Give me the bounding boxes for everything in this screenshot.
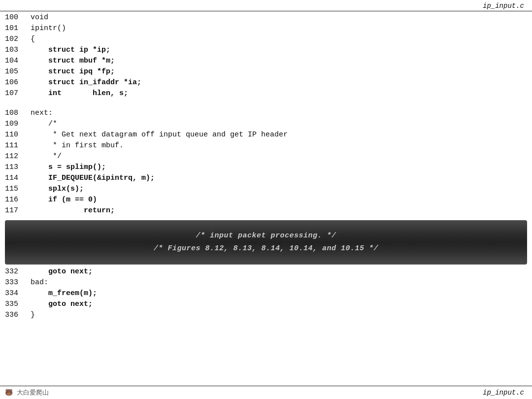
line-code: splx(s);: [31, 185, 84, 193]
line-number: 115: [5, 185, 31, 193]
code-area: 100void101ipintr()102{103 struct ip *ip;…: [0, 11, 532, 322]
line-code: struct mbuf *m;: [31, 57, 115, 65]
line-number: 111: [5, 141, 31, 150]
line-number: 117: [5, 206, 31, 215]
line-code: struct ipq *fp;: [31, 67, 115, 76]
line-code: {: [31, 35, 35, 43]
watermark: 🐻 大白爱爬山: [5, 388, 49, 397]
line-number: 333: [5, 278, 31, 287]
line-number: 334: [5, 289, 31, 298]
line-number: 100: [5, 13, 31, 22]
line-number: 108: [5, 109, 31, 117]
line-number: 101: [5, 24, 31, 33]
line-code: * Get next datagram off input queue and …: [31, 131, 288, 139]
code-line: 102{: [0, 35, 532, 46]
code-line: 104 struct mbuf *m;: [0, 57, 532, 67]
line-number: 104: [5, 57, 31, 65]
line-code: ipintr(): [31, 24, 66, 33]
filename-top: ip_input.c: [483, 2, 524, 10]
line-code: int hlen, s;: [31, 89, 128, 98]
line-code: /*: [31, 120, 57, 128]
code-line: 113 s = splimp();: [0, 163, 532, 174]
line-number: 102: [5, 35, 31, 43]
code-line: [0, 100, 532, 109]
code-line: 332 goto next;: [0, 267, 532, 278]
code-line: 112 */: [0, 152, 532, 163]
line-code: goto next;: [31, 300, 93, 308]
line-number: 336: [5, 311, 31, 319]
line-number: 113: [5, 163, 31, 171]
line-number: 116: [5, 196, 31, 204]
line-code: void: [31, 13, 48, 22]
code-line: 106 struct in_ifaddr *ia;: [0, 78, 532, 89]
line-code: goto next;: [31, 267, 93, 276]
line-code: m_freem(m);: [31, 289, 97, 298]
line-code: }: [31, 311, 35, 319]
line-number: 114: [5, 174, 31, 182]
code-line: 333bad:: [0, 278, 532, 289]
code-line: 335 goto next;: [0, 300, 532, 311]
line-code: bad:: [31, 278, 48, 287]
code-line: 115 splx(s);: [0, 185, 532, 196]
code-line: 108next:: [0, 109, 532, 120]
line-number: 106: [5, 78, 31, 87]
line-code: * in first mbuf.: [31, 141, 124, 150]
code-line: 111 * in first mbuf.: [0, 141, 532, 152]
code-line: 100void: [0, 13, 532, 24]
line-number: 112: [5, 152, 31, 161]
line-code: struct ip *ip;: [31, 46, 110, 54]
highlighted-block: /* input packet processing. *//* Figures…: [5, 220, 527, 265]
filename-bottom: ip_input.c: [483, 389, 524, 397]
line-number: 110: [5, 131, 31, 139]
code-line: 110 * Get next datagram off input queue …: [0, 131, 532, 141]
line-code: return;: [31, 206, 115, 215]
line-code: struct in_ifaddr *ia;: [31, 78, 141, 87]
code-line: 101ipintr(): [0, 24, 532, 35]
code-line: 334 m_freem(m);: [0, 289, 532, 300]
bottom-bar: 🐻 大白爱爬山 ip_input.c: [0, 386, 532, 399]
line-code: s = splimp();: [31, 163, 106, 171]
line-number: 105: [5, 67, 31, 76]
highlighted-line-2: /* Figures 8.12, 8.13, 8.14, 10.14, and …: [154, 242, 378, 255]
line-code: */: [31, 152, 62, 161]
line-number: 107: [5, 89, 31, 98]
highlighted-line-1: /* input packet processing. */: [196, 230, 336, 242]
line-code: next:: [31, 109, 53, 117]
line-number: 109: [5, 120, 31, 128]
code-line: 107 int hlen, s;: [0, 89, 532, 100]
line-number: 332: [5, 267, 31, 276]
code-line: 117 return;: [0, 206, 532, 217]
top-bar: ip_input.c: [0, 0, 532, 11]
code-line: 116 if (m == 0): [0, 196, 532, 206]
line-code: if (m == 0): [31, 196, 97, 204]
code-line: 109 /*: [0, 120, 532, 131]
code-line: 103 struct ip *ip;: [0, 46, 532, 57]
line-code: IF_DEQUEUE(&ipintrq, m);: [31, 174, 155, 182]
code-line: 336}: [0, 311, 532, 322]
code-line: 105 struct ipq *fp;: [0, 67, 532, 78]
code-line: 114 IF_DEQUEUE(&ipintrq, m);: [0, 174, 532, 185]
line-number: 103: [5, 46, 31, 54]
line-number: 335: [5, 300, 31, 308]
